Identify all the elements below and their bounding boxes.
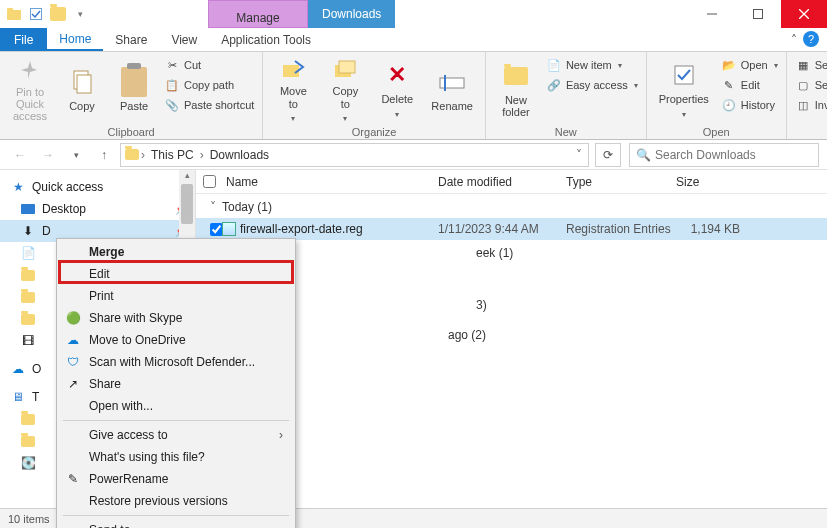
column-date[interactable]: Date modified: [438, 175, 566, 189]
skype-icon: 🟢: [65, 310, 81, 326]
application-tools-tab[interactable]: Application Tools: [209, 28, 323, 51]
nav-quick-access[interactable]: ★Quick access: [0, 176, 195, 198]
delete-icon: ✕: [383, 61, 411, 89]
separator: [63, 420, 289, 421]
paste-button[interactable]: Paste: [110, 56, 158, 124]
column-headers: Name Date modified Type Size: [196, 170, 827, 194]
ctx-power-rename[interactable]: ✎PowerRename: [59, 468, 293, 490]
nav-recent-dropdown[interactable]: ▾: [64, 143, 88, 167]
refresh-button[interactable]: ⟳: [595, 143, 621, 167]
move-to-button[interactable]: Move to▾: [269, 56, 317, 124]
ctx-give-access[interactable]: Give access to›: [59, 424, 293, 446]
invert-selection-button[interactable]: ◫Invert selection: [793, 96, 827, 114]
pin-to-quick-access-button[interactable]: Pin to Quick access: [6, 56, 54, 124]
ctx-scan-defender[interactable]: 🛡Scan with Microsoft Defender...: [59, 351, 293, 373]
column-type[interactable]: Type: [566, 175, 676, 189]
qat-checkbox-icon[interactable]: [28, 6, 44, 22]
breadcrumb-this-pc[interactable]: This PC: [147, 148, 198, 162]
nav-forward-button[interactable]: →: [36, 143, 60, 167]
copy-path-button[interactable]: 📋Copy path: [162, 76, 256, 94]
qat-folder-icon[interactable]: [50, 6, 66, 22]
properties-button[interactable]: Properties▾: [653, 56, 715, 124]
minimize-button[interactable]: [689, 0, 735, 28]
ctx-edit[interactable]: Edit: [59, 263, 293, 285]
svg-rect-0: [7, 10, 21, 20]
ribbon-collapse-icon[interactable]: ˄: [791, 33, 797, 47]
location-folder-icon: [125, 149, 139, 160]
nav-up-button[interactable]: ↑: [92, 143, 116, 167]
nav-desktop[interactable]: Desktop📌: [0, 198, 195, 220]
ctx-share-skype[interactable]: 🟢Share with Skype: [59, 307, 293, 329]
search-field[interactable]: [655, 148, 812, 162]
file-tab[interactable]: File: [0, 28, 47, 51]
delete-button[interactable]: ✕ Delete▾: [373, 56, 421, 124]
title-bar: ▾ Manage Downloads: [0, 0, 827, 28]
ctx-merge[interactable]: Merge: [59, 241, 293, 263]
copy-to-button[interactable]: Copy to▾: [321, 56, 369, 124]
ctx-restore-versions[interactable]: Restore previous versions: [59, 490, 293, 512]
cloud-icon: ☁: [65, 332, 81, 348]
address-history-dropdown[interactable]: ˅: [570, 148, 588, 162]
desktop-icon: [20, 201, 36, 217]
contextual-tab-manage[interactable]: Manage: [208, 0, 308, 28]
ribbon-group-clipboard: Pin to Quick access Copy Paste ✂Cut 📋Cop…: [0, 52, 263, 139]
cut-button[interactable]: ✂Cut: [162, 56, 256, 74]
view-tab[interactable]: View: [159, 28, 209, 51]
ribbon: Pin to Quick access Copy Paste ✂Cut 📋Cop…: [0, 52, 827, 140]
paste-shortcut-button[interactable]: 📎Paste shortcut: [162, 96, 256, 114]
ctx-whats-using[interactable]: What's using this file?: [59, 446, 293, 468]
maximize-button[interactable]: [735, 0, 781, 28]
copy-to-icon: [331, 57, 359, 81]
copy-path-icon: 📋: [164, 77, 180, 93]
chevron-down-icon: ˅: [210, 200, 216, 214]
qat-dropdown-icon[interactable]: ▾: [72, 6, 88, 22]
select-none-icon: ▢: [795, 77, 811, 93]
rename-button[interactable]: Rename: [425, 56, 479, 124]
group-label-clipboard: Clipboard: [6, 124, 256, 138]
separator: [63, 515, 289, 516]
select-none-button[interactable]: ▢Select none: [793, 76, 827, 94]
close-button[interactable]: [781, 0, 827, 28]
home-tab[interactable]: Home: [47, 28, 103, 51]
history-button[interactable]: 🕘History: [719, 96, 780, 114]
ctx-open-with[interactable]: Open with...: [59, 395, 293, 417]
open-button[interactable]: 📂Open ▾: [719, 56, 780, 74]
search-input[interactable]: 🔍: [629, 143, 819, 167]
pc-icon: 🖥: [10, 389, 26, 405]
copy-button[interactable]: Copy: [58, 56, 106, 124]
edit-button[interactable]: ✎Edit: [719, 76, 780, 94]
ribbon-tab-strip: File Home Share View Application Tools ˄…: [0, 28, 827, 52]
select-all-button[interactable]: ▦Select all: [793, 56, 827, 74]
help-icon[interactable]: ?: [803, 31, 819, 47]
edit-icon: ✎: [721, 77, 737, 93]
ctx-print[interactable]: Print: [59, 285, 293, 307]
group-today[interactable]: ˅Today (1): [196, 194, 827, 218]
ctx-share[interactable]: ↗Share: [59, 373, 293, 395]
share-tab[interactable]: Share: [103, 28, 159, 51]
easy-access-button[interactable]: 🔗Easy access ▾: [544, 76, 640, 94]
folder-icon: [20, 411, 36, 427]
ribbon-group-select: ▦Select all ▢Select none ◫Invert selecti…: [787, 52, 827, 139]
select-all-icon: ▦: [795, 57, 811, 73]
chevron-right-icon[interactable]: ›: [200, 148, 204, 162]
share-icon: ↗: [65, 376, 81, 392]
nav-back-button[interactable]: ←: [8, 143, 32, 167]
file-row[interactable]: firewall-export-date.reg 1/11/2023 9:44 …: [196, 218, 827, 240]
new-item-button[interactable]: 📄New item ▾: [544, 56, 640, 74]
breadcrumb-downloads[interactable]: Downloads: [206, 148, 273, 162]
column-name[interactable]: Name: [222, 175, 438, 189]
pin-icon: [16, 58, 44, 82]
chevron-right-icon[interactable]: ›: [141, 148, 145, 162]
ctx-move-onedrive[interactable]: ☁Move to OneDrive: [59, 329, 293, 351]
breadcrumb-bar[interactable]: › This PC › Downloads ˅: [120, 143, 589, 167]
paste-shortcut-icon: 📎: [164, 97, 180, 113]
select-all-checkbox[interactable]: [203, 175, 216, 188]
new-folder-button[interactable]: New folder: [492, 56, 540, 124]
column-size[interactable]: Size: [676, 175, 746, 189]
scrollbar-thumb[interactable]: [181, 184, 193, 224]
file-type: Registration Entries: [566, 222, 676, 236]
file-checkbox[interactable]: [210, 223, 223, 236]
svg-rect-4: [754, 10, 763, 19]
rename-icon: ✎: [65, 471, 81, 487]
ctx-send-to[interactable]: Send to›: [59, 519, 293, 528]
